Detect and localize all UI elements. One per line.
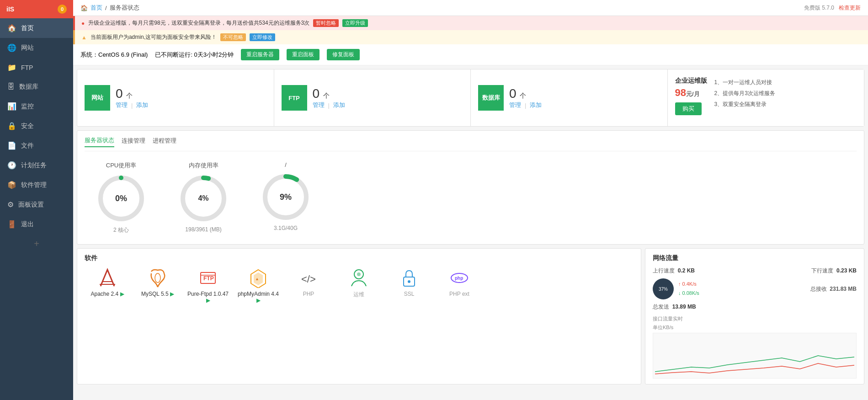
cpu-gauge-wrap: 0% [96, 173, 146, 224]
website-add-link[interactable]: 添加 [136, 101, 148, 109]
chart-title: 接口流量实时 [653, 315, 857, 322]
btn-ignore-upgrade[interactable]: 暂时忽略 [313, 19, 339, 27]
database-add-link[interactable]: 添加 [530, 101, 542, 109]
sidebar-label-database: 数据库 [19, 83, 38, 91]
cpu-value: 0% [115, 194, 127, 203]
website-manage-link[interactable]: 管理 [116, 101, 128, 109]
btn-repair-panel[interactable]: 修复面板 [327, 49, 360, 60]
network-inline: 37% ↑ 0.4K/s ↓ 0.08K/s 总接收 231.83 MB [653, 278, 857, 299]
svg-text:FTP: FTP [203, 275, 214, 282]
btn-buy-enterprise[interactable]: 购买 [675, 102, 702, 115]
sidebar-item-monitor[interactable]: 📊 监控 [0, 96, 73, 116]
lock-icon [398, 267, 420, 289]
svg-point-6 [155, 273, 160, 283]
sidebar-item-home[interactable]: 🏠 首页 [0, 18, 73, 38]
btn-restart-panel[interactable]: 重启面板 [287, 49, 320, 60]
btn-do-upgrade[interactable]: 立即升级 [342, 19, 368, 27]
disk-label: / [285, 161, 287, 168]
upload-speed: ↑ 0.4K/s [678, 280, 699, 289]
breadcrumb-current: 服务器状态 [110, 4, 139, 12]
sidebar-item-logout[interactable]: 🚪 退出 [0, 214, 73, 234]
main-content: 🏠 首页 / 服务器状态 免费版 5.7.0 检查更新 ● 升级企业运维版，每月… [73, 0, 868, 400]
software-item-code[interactable]: </> PHP [286, 267, 331, 304]
sidebar-logo: iIS 0 [0, 0, 73, 18]
chart-unit: 单位KB/s [653, 324, 857, 331]
alert-upgrade-icon: ● [81, 20, 85, 27]
phpmyadmin-arrow: ▶ [256, 297, 261, 304]
sidebar-item-panel-settings[interactable]: ⚙ 面板设置 [0, 195, 73, 214]
sidebar-item-files[interactable]: 📄 文件 [0, 136, 73, 155]
server-status-section: 服务器状态 连接管理 进程管理 CPU使用率 0% 2 核心 内存使用率 [77, 130, 864, 245]
database-manage-link[interactable]: 管理 [509, 101, 521, 109]
network-total: 总发送 13.89 MB [653, 303, 857, 311]
pureftpd-arrow: ▶ [206, 297, 210, 304]
gauge-disk: / 9% 3.1G/40G [249, 161, 322, 234]
ftp-count: 0 个 [313, 86, 463, 101]
svg-text:</>: </> [301, 273, 316, 285]
sidebar-label-software: 软件管理 [21, 181, 47, 189]
card-ftp: FTP 0 个 管理 | 添加 [274, 69, 471, 126]
card-ftp-icon: FTP [282, 85, 307, 111]
network-title: 网络流量 [653, 254, 857, 262]
code-icon: </> [298, 267, 320, 289]
database-icon: 🗄 [7, 83, 15, 91]
cpu-label: CPU使用率 [106, 161, 136, 170]
sidebar-item-database[interactable]: 🗄 数据库 [0, 77, 73, 96]
gauge-memory: 内存使用率 4% 198/3961 (MB) [167, 161, 240, 234]
btn-restart-server[interactable]: 重启服务器 [241, 49, 279, 60]
logo-text: iIS [6, 5, 14, 13]
logout-icon: 🚪 [7, 220, 16, 229]
notification-badge: 0 [58, 5, 67, 14]
system-info: 系统：CentOS 6.9 (Final) [80, 51, 148, 59]
disk-value: 9% [280, 192, 292, 202]
sidebar-item-security[interactable]: 🔒 安全 [0, 116, 73, 136]
software-item-phpmyadmin[interactable]: ▲ phpMyAdmin 4.4 ▶ [235, 267, 281, 304]
user-icon [348, 267, 370, 289]
btn-cannot-ignore[interactable]: 不可忽略 [220, 33, 246, 41]
breadcrumb-home[interactable]: 首页 [91, 4, 102, 12]
ftp-manage-link[interactable]: 管理 [313, 101, 325, 109]
tab-server-status[interactable]: 服务器状态 [85, 136, 114, 147]
enterprise-title: 企业运维版 [675, 77, 707, 85]
sidebar-label-ftp: FTP [21, 64, 33, 71]
cpu-sub: 2 核心 [113, 226, 129, 234]
ftp-add-link[interactable]: 添加 [333, 101, 345, 109]
alert-admin-text: 当前面板用户为admin,这可能为面板安全带来风险！ [91, 33, 217, 41]
tab-process[interactable]: 进程管理 [153, 137, 176, 147]
software-item-lock[interactable]: SSL [386, 267, 432, 304]
alert-admin-icon: ▲ [81, 34, 87, 41]
software-item-php[interactable]: php PHP ext [437, 267, 482, 304]
software-item-mysql[interactable]: MySQL 5.5 ▶ [135, 267, 181, 304]
sidebar-item-website[interactable]: 🌐 网站 [0, 38, 73, 58]
memory-sub: 198/3961 (MB) [185, 226, 221, 233]
website-count: 0 个 [116, 86, 266, 101]
version-info: 免费版 5.7.0 检查更新 [804, 4, 861, 12]
software-grid: Apache 2.4 ▶ MySQL 5.5 [85, 267, 634, 304]
ftp-icon: 📁 [7, 63, 16, 72]
btn-fix-admin[interactable]: 立即修改 [250, 33, 275, 41]
add-button[interactable]: + [0, 234, 73, 254]
database-actions: 管理 | 添加 [509, 101, 660, 109]
check-update-link[interactable]: 检查更新 [839, 5, 861, 11]
software-item-user[interactable]: 运维 [336, 267, 382, 304]
mysql-arrow: ▶ [170, 291, 174, 297]
software-item-pureftpd[interactable]: FTP Pure-Ftpd 1.0.47 ▶ [185, 267, 231, 304]
network-section: 网络流量 上行速度 0.2 KB 下行速度 0.23 KB 37% ↑ 0.4K… [645, 248, 864, 384]
tab-connection[interactable]: 连接管理 [122, 137, 145, 147]
home-icon-topbar: 🏠 [80, 5, 88, 11]
sidebar-label-files: 文件 [21, 142, 34, 150]
topbar: 🏠 首页 / 服务器状态 免费版 5.7.0 检查更新 [73, 0, 868, 16]
sidebar-item-software[interactable]: 📦 软件管理 [0, 175, 73, 195]
stats-cards: 网站 0 个 管理 | 添加 FTP 0 [77, 69, 864, 127]
sidebar-label-security: 安全 [21, 122, 34, 130]
software-item-apache[interactable]: Apache 2.4 ▶ [85, 267, 130, 304]
sidebar-label-tasks: 计划任务 [21, 161, 47, 170]
home-icon: 🏠 [7, 24, 16, 32]
alert-admin: ▲ 当前面板用户为admin,这可能为面板安全带来风险！ 不可忽略 立即修改 [73, 30, 868, 44]
sidebar-item-tasks[interactable]: 🕐 计划任务 [0, 155, 73, 175]
website-actions: 管理 | 添加 [116, 101, 266, 109]
uptime-info: 已不间断运行: 0天3小时2分钟 [155, 51, 234, 59]
sidebar-item-ftp[interactable]: 📁 FTP [0, 58, 73, 77]
card-database-content: 0 个 管理 | 添加 [509, 86, 660, 109]
mysql-icon [147, 267, 169, 289]
